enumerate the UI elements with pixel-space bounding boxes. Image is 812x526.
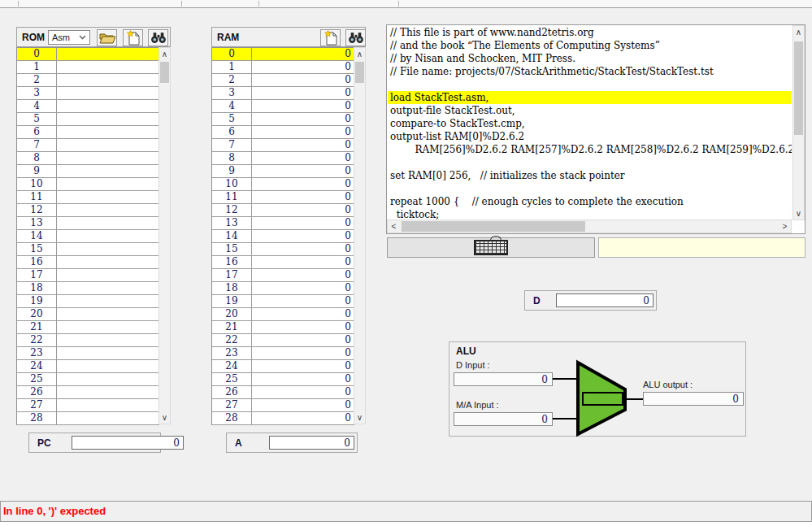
ram-row-address-cell[interactable]: 1 xyxy=(212,61,252,73)
rom-row-address-cell[interactable]: 8 xyxy=(17,152,57,164)
ram-row-address-cell[interactable]: 21 xyxy=(212,321,252,333)
ram-scrollbar-thumb[interactable] xyxy=(355,62,364,83)
scroll-up-icon[interactable]: ∧ xyxy=(793,26,804,38)
load-program-button[interactable] xyxy=(97,29,117,46)
ram-row-value-cell[interactable]: 0 xyxy=(252,139,354,151)
rom-row[interactable]: 18 xyxy=(17,282,159,295)
rom-row[interactable]: 6 xyxy=(17,126,159,139)
rom-row-address-cell[interactable]: 18 xyxy=(17,282,57,294)
ram-find-button[interactable] xyxy=(345,29,366,46)
ram-row[interactable]: 50 xyxy=(212,113,354,126)
rom-row-address-cell[interactable]: 1 xyxy=(17,61,57,73)
scroll-left-icon[interactable]: < xyxy=(388,220,400,233)
rom-row[interactable]: 14 xyxy=(17,230,159,243)
ram-row-address-cell[interactable]: 27 xyxy=(212,399,252,411)
alu-ma-input-field[interactable]: 0 xyxy=(454,412,553,426)
pc-value-field[interactable]: 0 xyxy=(72,436,184,450)
rom-row[interactable]: 1 xyxy=(17,61,159,74)
rom-row-value-cell[interactable] xyxy=(57,308,159,320)
rom-row[interactable]: 26 xyxy=(17,386,159,399)
rom-row-value-cell[interactable] xyxy=(57,204,159,216)
rom-row-address-cell[interactable]: 16 xyxy=(17,256,57,268)
ram-row[interactable]: 00 xyxy=(212,48,354,61)
ram-row-address-cell[interactable]: 28 xyxy=(212,412,252,424)
ram-row-address-cell[interactable]: 14 xyxy=(212,230,252,242)
scroll-down-icon[interactable]: ∨ xyxy=(354,411,365,424)
ram-row-value-cell[interactable]: 0 xyxy=(252,126,354,138)
ram-row[interactable]: 250 xyxy=(212,373,354,386)
ram-row-address-cell[interactable]: 15 xyxy=(212,243,252,255)
rom-format-select[interactable]: Asm xyxy=(48,30,90,45)
ram-row-address-cell[interactable]: 2 xyxy=(212,74,252,86)
rom-row[interactable]: 22 xyxy=(17,334,159,347)
rom-row-address-cell[interactable]: 27 xyxy=(17,399,57,411)
ram-row-value-cell[interactable]: 0 xyxy=(252,373,354,385)
alu-output-field[interactable]: 0 xyxy=(643,392,744,406)
scroll-down-icon[interactable]: ∨ xyxy=(159,411,170,424)
ram-row[interactable]: 230 xyxy=(212,347,354,360)
ram-row-value-cell[interactable]: 0 xyxy=(252,334,354,346)
rom-row-value-cell[interactable] xyxy=(57,321,159,333)
ram-scrollbar[interactable]: ∧ ∨ xyxy=(354,47,366,424)
rom-row-value-cell[interactable] xyxy=(57,152,159,164)
ram-row[interactable]: 240 xyxy=(212,360,354,373)
ram-row[interactable]: 40 xyxy=(212,100,354,113)
rom-row-value-cell[interactable] xyxy=(57,113,159,125)
ram-row-value-cell[interactable]: 0 xyxy=(252,152,354,164)
rom-row-value-cell[interactable] xyxy=(57,282,159,294)
rom-row-address-cell[interactable]: 3 xyxy=(17,87,57,99)
ram-row-address-cell[interactable]: 9 xyxy=(212,165,252,177)
ram-row-address-cell[interactable]: 10 xyxy=(212,178,252,190)
ram-row-value-cell[interactable]: 0 xyxy=(252,412,354,424)
ram-row[interactable]: 170 xyxy=(212,269,354,282)
rom-row-value-cell[interactable] xyxy=(57,100,159,112)
scroll-right-icon[interactable]: > xyxy=(779,220,791,233)
rom-row-value-cell[interactable] xyxy=(57,334,159,346)
ram-row-address-cell[interactable]: 25 xyxy=(212,373,252,385)
rom-row[interactable]: 17 xyxy=(17,269,159,282)
script-vscroll-thumb[interactable] xyxy=(794,41,803,135)
ram-row-value-cell[interactable]: 0 xyxy=(252,399,354,411)
ram-row-address-cell[interactable]: 22 xyxy=(212,334,252,346)
rom-row[interactable]: 27 xyxy=(17,399,159,412)
rom-row[interactable]: 20 xyxy=(17,308,159,321)
rom-row-address-cell[interactable]: 23 xyxy=(17,347,57,359)
rom-row-value-cell[interactable] xyxy=(57,87,159,99)
ram-row[interactable]: 160 xyxy=(212,256,354,269)
ram-row-value-cell[interactable]: 0 xyxy=(252,113,354,125)
rom-row-value-cell[interactable] xyxy=(57,360,159,372)
ram-row-value-cell[interactable]: 0 xyxy=(252,230,354,242)
rom-row-address-cell[interactable]: 7 xyxy=(17,139,57,151)
rom-row-address-cell[interactable]: 15 xyxy=(17,243,57,255)
keyboard-input-display[interactable] xyxy=(598,237,805,258)
ram-row-address-cell[interactable]: 12 xyxy=(212,204,252,216)
rom-row-address-cell[interactable]: 6 xyxy=(17,126,57,138)
ram-row-address-cell[interactable]: 20 xyxy=(212,308,252,320)
scroll-up-icon[interactable]: ∧ xyxy=(354,48,365,60)
ram-row[interactable]: 60 xyxy=(212,126,354,139)
rom-row-value-cell[interactable] xyxy=(57,74,159,86)
ram-row[interactable]: 190 xyxy=(212,295,354,308)
ram-row-value-cell[interactable]: 0 xyxy=(252,191,354,203)
ram-row-value-cell[interactable]: 0 xyxy=(252,178,354,190)
ram-row[interactable]: 140 xyxy=(212,230,354,243)
ram-row[interactable]: 70 xyxy=(212,139,354,152)
rom-row-value-cell[interactable] xyxy=(57,269,159,281)
ram-row[interactable]: 30 xyxy=(212,87,354,100)
rom-row[interactable]: 15 xyxy=(17,243,159,256)
ram-row[interactable]: 20 xyxy=(212,74,354,87)
rom-row-address-cell[interactable]: 13 xyxy=(17,217,57,229)
ram-row-address-cell[interactable]: 24 xyxy=(212,360,252,372)
ram-row-value-cell[interactable]: 0 xyxy=(252,308,354,320)
rom-row-address-cell[interactable]: 5 xyxy=(17,113,57,125)
ram-row-address-cell[interactable]: 3 xyxy=(212,87,252,99)
rom-row[interactable]: 24 xyxy=(17,360,159,373)
rom-row[interactable]: 23 xyxy=(17,347,159,360)
clear-rom-button[interactable] xyxy=(123,29,143,46)
ram-row-value-cell[interactable]: 0 xyxy=(252,74,354,86)
ram-row-value-cell[interactable]: 0 xyxy=(252,256,354,268)
rom-row[interactable]: 19 xyxy=(17,295,159,308)
ram-row[interactable]: 100 xyxy=(212,178,354,191)
rom-row[interactable]: 4 xyxy=(17,100,159,113)
a-value-field[interactable]: 0 xyxy=(269,436,354,450)
